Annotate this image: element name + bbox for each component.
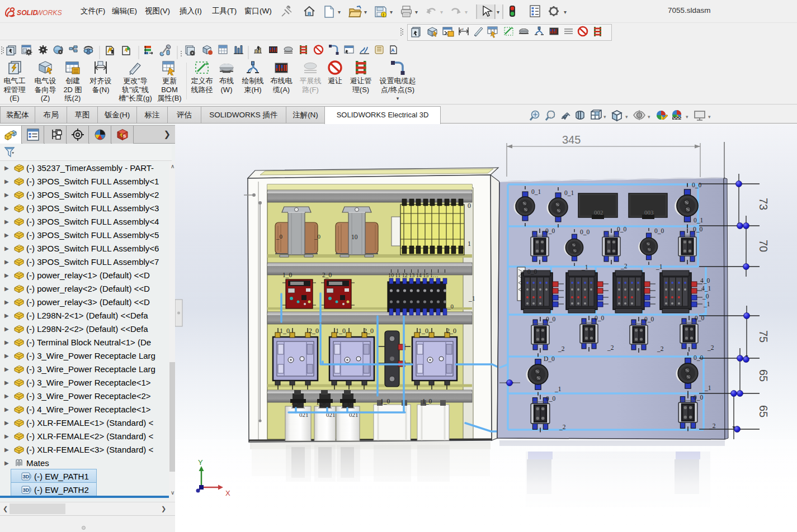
svg-text:!: ! xyxy=(383,12,384,18)
svg-text:65: 65 xyxy=(757,405,770,417)
svg-text:_0: _0 xyxy=(314,233,321,240)
svg-text:▾: ▾ xyxy=(390,9,393,15)
svg-text:0_0: 0_0 xyxy=(694,394,704,401)
svg-text:1_0: 1_0 xyxy=(341,400,351,407)
svg-text:0_1: 0_1 xyxy=(564,189,574,196)
svg-text:1_0: 1_0 xyxy=(380,398,390,405)
svg-text:0_0: 0_0 xyxy=(654,227,664,234)
svg-text:_1: _1 xyxy=(554,386,562,392)
svg-text:0_0: 0_0 xyxy=(527,268,537,275)
svg-text:10: 10 xyxy=(351,234,358,240)
svg-text:_2: _2 xyxy=(558,345,565,352)
svg-text:1_0: 1_0 xyxy=(418,327,428,335)
svg-text:1_0: 1_0 xyxy=(282,272,293,278)
svg-text:_1: _1 xyxy=(704,384,711,391)
svg-text:0_0: 0_0 xyxy=(694,354,704,361)
svg-text:65: 65 xyxy=(757,369,770,382)
svg-text:4_1: 4_1 xyxy=(701,285,711,292)
svg-text:1_0: 1_0 xyxy=(280,327,290,335)
svg-text:_2: _2 xyxy=(657,345,664,352)
svg-text:0_0: 0_0 xyxy=(693,226,703,232)
svg-text:2_0: 2_0 xyxy=(446,327,456,335)
svg-text:▾: ▾ xyxy=(603,114,606,120)
svg-text:345: 345 xyxy=(562,134,581,146)
svg-text:10 11 12 13 14 15 1…: 10 11 12 13 14 15 1… xyxy=(388,272,438,278)
svg-text:75: 75 xyxy=(757,330,770,343)
svg-text:_2: _2 xyxy=(620,263,628,269)
svg-text:70: 70 xyxy=(757,240,770,252)
svg-text:_1: _1 xyxy=(581,264,588,270)
svg-text:▾: ▾ xyxy=(497,9,499,15)
svg-text:_2: _2 xyxy=(709,422,716,429)
svg-text:_2: _2 xyxy=(707,344,714,351)
svg-text:_1: _1 xyxy=(468,295,475,302)
svg-text:▾: ▾ xyxy=(625,114,628,120)
svg-text:WORKS: WORKS xyxy=(36,9,62,17)
svg-text:0: 0 xyxy=(468,202,471,210)
svg-text:D_0: D_0 xyxy=(544,355,555,362)
svg-text:3D: 3D xyxy=(23,474,30,479)
svg-text:▾: ▾ xyxy=(338,9,341,15)
svg-text:_0: _0 xyxy=(702,293,709,300)
svg-text:002: 002 xyxy=(594,209,603,216)
svg-text:73: 73 xyxy=(757,198,770,210)
svg-text:2_0: 2_0 xyxy=(322,272,332,278)
svg-text:0_0: 0_0 xyxy=(546,316,556,322)
svg-text:▾: ▾ xyxy=(364,9,367,15)
svg-text:▾: ▾ xyxy=(415,9,418,15)
svg-text:SOLID: SOLID xyxy=(17,9,37,17)
svg-text:2_0: 2_0 xyxy=(364,327,374,335)
svg-text:▾: ▾ xyxy=(465,9,468,15)
svg-text:1: 1 xyxy=(468,240,471,248)
svg-text:1_0: 1_0 xyxy=(316,399,326,406)
svg-text:003: 003 xyxy=(644,209,654,216)
svg-text:1_0: 1_0 xyxy=(422,398,432,405)
svg-text:0_0: 0_0 xyxy=(692,182,702,188)
svg-text:1_0: 1_0 xyxy=(336,327,346,335)
svg-text:_0: _0 xyxy=(447,303,454,310)
svg-text:_1: _1 xyxy=(703,301,710,307)
svg-text:0_1: 0_1 xyxy=(531,188,541,195)
svg-text:X: X xyxy=(225,489,230,497)
svg-text:▾: ▾ xyxy=(564,9,567,15)
svg-text:▾: ▾ xyxy=(440,9,443,15)
svg-text:_1: _1 xyxy=(655,263,663,270)
svg-text:0_0: 0_0 xyxy=(545,227,555,234)
svg-text:▾: ▾ xyxy=(648,114,650,120)
svg-text:▾: ▾ xyxy=(686,114,688,120)
svg-text:_2: _2 xyxy=(607,344,614,351)
svg-text:0_1: 0_1 xyxy=(694,217,704,224)
svg-text:2_0: 2_0 xyxy=(309,327,319,335)
svg-text:S: S xyxy=(123,134,126,139)
svg-text:A: A xyxy=(391,48,395,53)
svg-text:3D: 3D xyxy=(23,487,30,493)
svg-text:0_0: 0_0 xyxy=(644,316,654,322)
svg-text:Y: Y xyxy=(198,458,203,467)
svg-text:ul: ul xyxy=(461,27,464,31)
svg-text:0_0: 0_0 xyxy=(595,315,605,321)
svg-text:▾: ▾ xyxy=(708,114,711,120)
svg-text:0_0: 0_0 xyxy=(617,226,627,232)
svg-text:1_0: 1_0 xyxy=(291,399,301,406)
svg-text:_2: _2 xyxy=(559,424,566,430)
svg-text:_0: _0 xyxy=(276,233,283,240)
svg-text:0_0: 0_0 xyxy=(580,229,590,235)
svg-text:4_0: 4_0 xyxy=(700,277,710,284)
svg-text:0_0: 0_0 xyxy=(546,395,556,402)
